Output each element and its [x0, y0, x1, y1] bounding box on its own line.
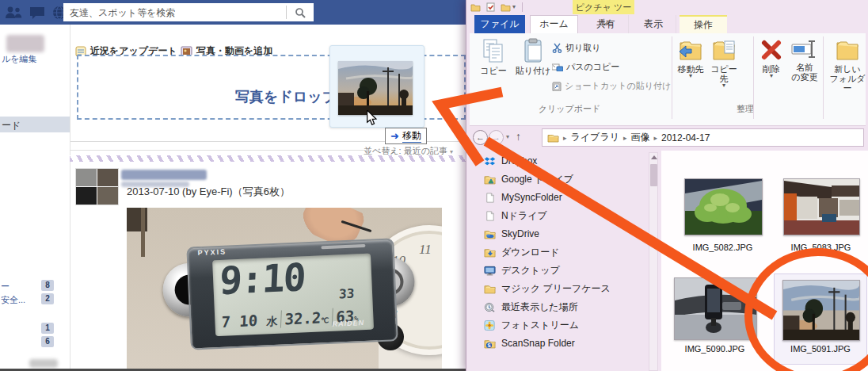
skydrive-folder-icon: [484, 229, 496, 239]
breadcrumb-libraries[interactable]: ライブラリ: [571, 131, 619, 144]
sidebar-item-skydrive[interactable]: SkyDrive: [484, 226, 539, 242]
sidebar-item-magic-briefcase[interactable]: マジック ブリーフケース: [484, 281, 611, 296]
avatar[interactable]: [75, 168, 119, 205]
dragged-photo-thumbnail[interactable]: [338, 61, 413, 115]
tab-file[interactable]: ファイル: [474, 15, 525, 33]
sidebar-divider: [70, 25, 70, 371]
recent-places-icon: [484, 302, 496, 312]
qat-folder-icon[interactable]: [470, 2, 481, 12]
search-input[interactable]: [63, 7, 286, 18]
copy-button[interactable]: コピー: [474, 38, 512, 90]
post-photo-clock[interactable]: 10 11 9 8 PYXIS 9:10 33 7 10 水 32.2℃: [127, 208, 442, 371]
clock-maker: RAIDEN: [333, 319, 365, 328]
blurred-username: [121, 170, 207, 180]
nav-scrollbar[interactable]: [649, 152, 658, 371]
sidebar-item-scansnap[interactable]: S ScanSnap Folder: [484, 335, 575, 351]
search-icon[interactable]: [286, 6, 314, 19]
file-thumbnail-img-5090[interactable]: [674, 277, 757, 340]
explorer-window: ▾ ピクチャ ツール ファイル ホーム 共有 表示 操作 コピー 貼り付け 切り…: [466, 0, 868, 371]
paste-shortcut-button[interactable]: ショートカットの貼り付け: [552, 78, 671, 94]
file-name[interactable]: IMG_5082.JPG: [684, 243, 761, 252]
delete-icon: [760, 38, 783, 62]
messages-icon[interactable]: [29, 6, 46, 20]
up-button[interactable]: ↑: [516, 130, 521, 143]
sidebar-item[interactable]: 6: [0, 336, 70, 349]
sidebar-item[interactable]: 安全... 2: [0, 293, 70, 306]
paste-button[interactable]: 貼り付け: [514, 38, 552, 90]
downloads-folder-icon: [484, 247, 496, 258]
file-thumbnail-img-5082[interactable]: [684, 178, 763, 235]
tab-manage[interactable]: 操作: [680, 15, 727, 33]
sidebar-item[interactable]: ー 8: [0, 280, 70, 293]
file-name[interactable]: IMG_5083.JPG: [783, 243, 858, 252]
sidebar-item-dropbox[interactable]: Dropbox: [484, 153, 537, 169]
unread-badge: 2: [41, 293, 54, 304]
screenshot-stage: ルを編集 ード ー 8 安全... 2 1 6 近況をアップデート 写真・動画を…: [0, 0, 868, 371]
chevron-down-icon: ▾: [756, 74, 786, 78]
sidebar-item-desktop[interactable]: デスクトップ: [484, 262, 560, 278]
sidebar-item-recent-places[interactable]: 最近表示した場所: [484, 299, 578, 315]
sidebar-item-downloads[interactable]: ダウンロード: [484, 244, 559, 260]
history-chevron-icon[interactable]: ▾: [506, 133, 509, 140]
mouse-cursor: [365, 110, 379, 126]
sort-divider: [70, 150, 364, 151]
copy-icon: [481, 38, 506, 63]
file-thumbnail-img-5091[interactable]: [782, 280, 860, 341]
dropbox-icon: [484, 156, 496, 166]
sidebar-item-mysyncfolder[interactable]: MySyncFolder: [484, 189, 562, 205]
facebook-header: [0, 0, 466, 25]
sidebar-item-google-drive[interactable]: Google ドライブ: [484, 171, 573, 187]
folder-icon: [547, 133, 559, 143]
file-name[interactable]: IMG_5091.JPG: [782, 344, 858, 354]
breadcrumb-pictures[interactable]: 画像: [630, 131, 649, 144]
breadcrumb-folder-date[interactable]: 2012-04-17: [661, 132, 710, 143]
chevron-down-icon: ▾: [674, 74, 707, 78]
paste-icon: [520, 38, 546, 63]
paste-shortcut-icon: [552, 81, 562, 91]
rename-button[interactable]: 名前の変更: [788, 38, 821, 90]
blurred-profile-name: [6, 35, 44, 52]
sidebar-item-newsfeed[interactable]: ード: [0, 117, 70, 132]
blurred-sidebar-item: [29, 359, 58, 368]
google-drive-folder-icon: [484, 174, 496, 185]
sidebar-item[interactable]: 1: [0, 323, 70, 335]
move-arrow-icon: ➜: [390, 131, 399, 141]
clipboard-group-label: クリップボード: [474, 103, 664, 115]
new-folder-button[interactable]: 新しいフォルダー: [826, 38, 868, 90]
back-button[interactable]: ←: [473, 130, 488, 145]
tab-share[interactable]: 共有: [584, 15, 629, 33]
scrollbar-thumb[interactable]: [650, 164, 657, 186]
ribbon: コピー 貼り付け 切り取り パスのコピー ショートカットの貼り付け クリップボー…: [470, 33, 866, 126]
copy-path-button[interactable]: パスのコピー: [552, 59, 619, 75]
digital-clock: PYXIS 9:10 33 7 10 水 32.2℃ 63% RAIDEN: [162, 231, 421, 357]
lcd-time: 9:10: [219, 254, 306, 303]
address-bar[interactable]: ▸ ライブラリ ▸ 画像 ▸ 2012-04-17: [542, 128, 864, 147]
lcd-seconds: 33: [339, 286, 355, 302]
briefcase-folder-icon: [484, 284, 496, 294]
sidebar-item-ndrive[interactable]: Nドライブ: [484, 208, 547, 224]
cut-icon: [552, 43, 562, 53]
tab-view[interactable]: 表示: [631, 15, 676, 33]
file-name[interactable]: IMG_5090.JPG: [674, 344, 756, 354]
qat-newfolder-icon[interactable]: [501, 2, 511, 12]
file-thumbnail-img-5083[interactable]: [783, 178, 860, 235]
tab-home[interactable]: ホーム: [530, 15, 578, 33]
move-to-button[interactable]: 移動先▾: [674, 38, 707, 90]
timeline-stripe-separator: [70, 155, 466, 162]
unread-badge: 6: [41, 336, 54, 347]
friend-requests-icon[interactable]: [5, 6, 22, 20]
edit-profile-link[interactable]: ルを編集: [2, 53, 37, 65]
forward-button[interactable]: →: [489, 130, 504, 145]
post-album-title[interactable]: 2013-07-10 (by Eye-Fi)（写真6枚）: [127, 185, 290, 199]
scansnap-folder-icon: S: [484, 338, 496, 349]
qat-properties-icon[interactable]: [485, 2, 496, 12]
qat-chevron-down-icon[interactable]: ▾: [512, 3, 516, 10]
facebook-search-bar: [63, 3, 314, 21]
scroll-up-icon[interactable]: [651, 155, 657, 159]
delete-button[interactable]: 削除▾: [756, 38, 786, 90]
cut-button[interactable]: 切り取り: [552, 40, 601, 55]
chevron-down-icon: ▾: [707, 83, 740, 88]
copy-to-button[interactable]: コピー先▾: [707, 38, 740, 90]
sidebar-item-photostream[interactable]: フォトストリーム: [484, 317, 579, 333]
organize-group-label: 整理: [674, 103, 817, 115]
